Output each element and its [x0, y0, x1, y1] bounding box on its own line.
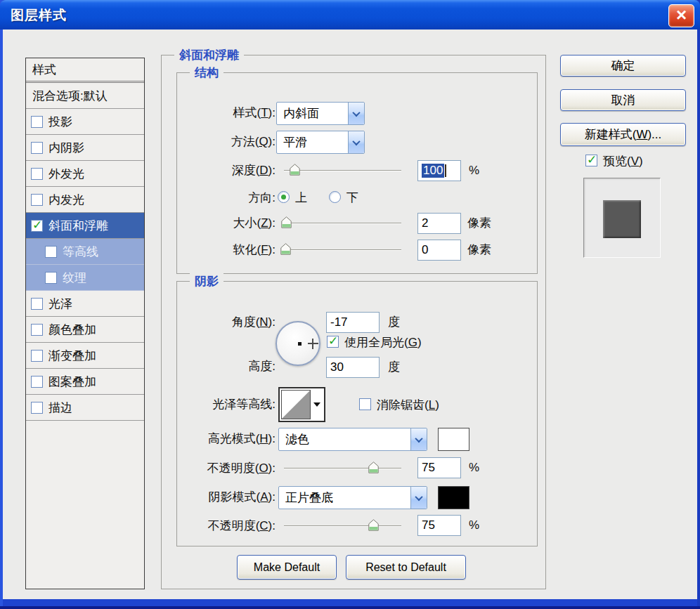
method-dropdown[interactable]: 平滑: [276, 131, 365, 154]
sidebar-item-12[interactable]: 描边: [26, 395, 144, 421]
altitude-unit: 度: [388, 360, 400, 375]
checkbox-icon[interactable]: [31, 298, 43, 310]
checkbox-icon[interactable]: [31, 402, 43, 414]
highlight-opacity-input[interactable]: 75: [417, 457, 461, 478]
chevron-down-icon[interactable]: [348, 103, 364, 124]
chevron-down-icon[interactable]: [410, 428, 427, 450]
checkbox-icon[interactable]: [31, 350, 43, 362]
close-icon[interactable]: ×: [668, 4, 694, 27]
checkbox-icon[interactable]: [31, 194, 43, 206]
highlight-mode-dropdown[interactable]: 滤色: [278, 428, 427, 451]
angle-input-value: -17: [330, 315, 348, 329]
shadow-mode-label: 阴影模式(A):: [153, 490, 276, 505]
gloss-contour-picker[interactable]: [278, 387, 325, 422]
ok-button[interactable]: 确定: [560, 55, 686, 77]
sidebar-item-label: 颜色叠加: [48, 322, 96, 338]
layer-style-dialog: 图层样式 × 样式 混合选项:默认投影内阴影外发光内发光斜面和浮雕等高线纹理光泽…: [0, 0, 700, 609]
highlight-color-swatch[interactable]: [438, 428, 469, 451]
shadow-color-swatch[interactable]: [438, 486, 469, 509]
soften-input-value: 0: [422, 243, 428, 257]
highlight-mode-value: 滤色: [285, 431, 309, 447]
anti-aliased-checkbox[interactable]: [359, 398, 371, 410]
checkbox-icon[interactable]: [31, 376, 43, 388]
sidebar-item-5[interactable]: 斜面和浮雕: [26, 213, 144, 239]
highlight-opacity-thumb[interactable]: [368, 461, 379, 473]
sidebar-item-1[interactable]: 投影: [26, 109, 144, 135]
anti-aliased-label: 消除锯齿(L): [377, 398, 439, 413]
direction-up-radio[interactable]: [278, 191, 290, 203]
sidebar-item-label: 光泽: [48, 296, 72, 312]
contour-thumbnail[interactable]: [281, 390, 311, 419]
altitude-label: 高度:: [153, 359, 276, 374]
soften-slider-thumb[interactable]: [280, 243, 291, 255]
sidebar-item-label: 纹理: [63, 270, 86, 286]
sidebar-item-7[interactable]: 纹理: [26, 265, 144, 291]
cancel-button[interactable]: 取消: [560, 89, 686, 111]
soften-slider[interactable]: [284, 249, 401, 251]
titlebar[interactable]: 图层样式 ×: [0, 0, 700, 30]
angle-input[interactable]: -17: [326, 312, 380, 333]
sidebar-item-11[interactable]: 图案叠加: [26, 369, 144, 395]
checkbox-icon[interactable]: [45, 246, 57, 258]
new-style-button[interactable]: 新建样式(W)...: [560, 123, 686, 146]
soften-label: 软化(F):: [153, 242, 276, 258]
sidebar-item-8[interactable]: 光泽: [26, 291, 144, 317]
styles-header-label: 样式: [32, 62, 56, 78]
direction-down-radio[interactable]: [329, 191, 341, 203]
sidebar-item-2[interactable]: 内阴影: [26, 135, 144, 161]
chevron-down-icon[interactable]: [410, 487, 427, 509]
use-global-light-checkbox[interactable]: [327, 336, 339, 348]
shadow-opacity-unit: %: [469, 518, 479, 533]
altitude-input-value: 30: [330, 360, 344, 374]
soften-input[interactable]: 0: [417, 240, 461, 261]
depth-slider[interactable]: [284, 170, 401, 171]
size-input[interactable]: 2: [417, 213, 461, 234]
highlight-opacity-value: 75: [422, 461, 435, 475]
use-global-light-label: 使用全局光(G): [344, 335, 422, 351]
text-caret: [445, 164, 446, 177]
sidebar-item-label: 混合选项:默认: [32, 88, 108, 104]
sidebar-item-label: 内阴影: [48, 140, 84, 156]
depth-label: 深度(D):: [153, 163, 276, 178]
make-default-button[interactable]: Make Default: [237, 555, 337, 579]
altitude-input[interactable]: 30: [326, 357, 380, 378]
styles-list-header[interactable]: 样式: [26, 58, 144, 83]
contour-dropdown-arrow-icon[interactable]: [311, 390, 323, 419]
sidebar-item-10[interactable]: 渐变叠加: [26, 343, 144, 369]
reset-to-default-button[interactable]: Reset to Default: [346, 555, 466, 579]
angle-dial-dot: [298, 342, 302, 346]
checkbox-icon[interactable]: [31, 168, 43, 180]
size-slider[interactable]: [284, 223, 401, 224]
checkbox-icon[interactable]: [31, 220, 43, 232]
sidebar-item-3[interactable]: 外发光: [26, 161, 144, 187]
depth-unit: %: [469, 163, 479, 178]
shadow-opacity-slider[interactable]: [284, 525, 401, 527]
checkbox-icon[interactable]: [45, 272, 57, 284]
depth-slider-thumb[interactable]: [290, 164, 300, 176]
highlight-mode-label: 高光模式(H):: [153, 431, 276, 447]
style-dropdown[interactable]: 内斜面: [276, 102, 365, 125]
shadow-opacity-thumb[interactable]: [368, 519, 379, 531]
styles-list: 样式 混合选项:默认投影内阴影外发光内发光斜面和浮雕等高线纹理光泽颜色叠加渐变叠…: [25, 58, 145, 589]
size-label: 大小(Z):: [153, 216, 276, 231]
sidebar-item-4[interactable]: 内发光: [26, 187, 144, 213]
shadow-mode-dropdown[interactable]: 正片叠底: [278, 486, 427, 509]
sidebar-item-0[interactable]: 混合选项:默认: [26, 83, 144, 109]
sidebar-item-6[interactable]: 等高线: [26, 239, 144, 265]
size-slider-thumb[interactable]: [281, 216, 292, 228]
preview-checkbox[interactable]: [585, 155, 597, 166]
checkbox-icon[interactable]: [31, 324, 43, 336]
highlight-opacity-slider[interactable]: [284, 468, 401, 469]
sidebar-item-label: 等高线: [63, 244, 98, 260]
window-title: 图层样式: [11, 6, 67, 25]
chevron-down-icon[interactable]: [348, 131, 364, 153]
shadow-opacity-input[interactable]: 75: [417, 515, 461, 536]
sidebar-item-9[interactable]: 颜色叠加: [26, 317, 144, 343]
checkbox-icon[interactable]: [31, 116, 43, 128]
move-cursor-icon: [308, 339, 318, 349]
sidebar-item-label: 内发光: [48, 192, 84, 208]
depth-input[interactable]: 100: [417, 160, 461, 181]
checkbox-icon[interactable]: [31, 142, 43, 154]
shading-legend: 阴影: [190, 273, 223, 289]
sidebar-item-label: 外发光: [48, 166, 84, 182]
